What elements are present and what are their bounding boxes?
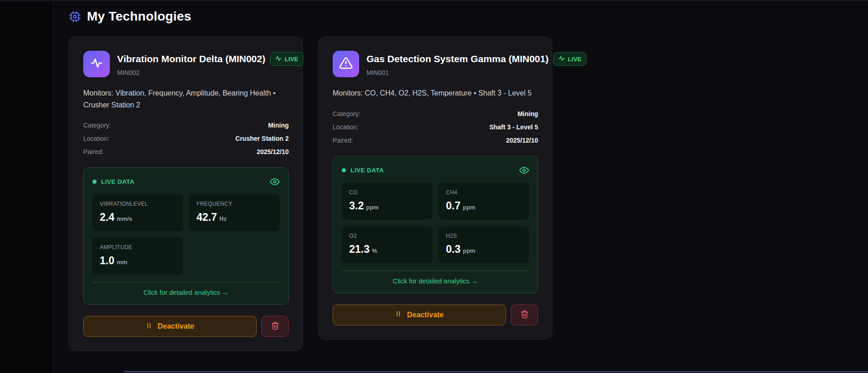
detail-value: Mining: [268, 122, 289, 129]
metrics-grid: CO 3.2ppm CH4 0.7ppm O2 21.3% H2S 0.3ppm: [342, 183, 529, 263]
detail-label: Location:: [333, 123, 359, 131]
technology-cards: Vibration Monitor Delta (MIN002) LIVE MI…: [53, 24, 868, 351]
deactivate-button-label: Deactivate: [407, 311, 443, 319]
live-badge-label: LIVE: [568, 56, 582, 63]
monitors-description: Monitors: Vibration, Frequency, Amplitud…: [83, 87, 289, 111]
detail-label: Paired:: [333, 137, 353, 144]
metric-unit: ppm: [366, 204, 378, 211]
detail-row-category: Category: Mining: [333, 110, 538, 117]
live-dot-indicator: [342, 168, 346, 172]
detail-row-category: Category: Mining: [83, 122, 289, 129]
metric-reading: 42.7Hz: [197, 211, 273, 224]
detailed-analytics-link[interactable]: Click for detailed analytics →: [342, 271, 529, 286]
metric-reading: 21.3%: [349, 243, 425, 256]
metric-label: CO: [349, 189, 425, 196]
eye-icon[interactable]: [519, 165, 529, 175]
delete-button[interactable]: [511, 304, 538, 325]
deactivate-button[interactable]: Deactivate: [333, 304, 506, 325]
monitors-description: Monitors: CO, CH4, O2, H2S, Temperature …: [333, 87, 538, 99]
trash-icon: [271, 321, 280, 331]
pulse-icon: [558, 55, 565, 63]
metric-value: 2.4: [100, 211, 114, 223]
device-details: Category: Mining Location: Crusher Stati…: [83, 122, 289, 155]
card-title: Gas Detection System Gamma (MIN001): [367, 53, 549, 64]
alert-triangle-icon: [339, 56, 353, 72]
live-data-panel[interactable]: LIVE DATA VIBRATIONLEVEL 2.4mm/s FR: [83, 167, 289, 305]
deactivate-button[interactable]: Deactivate: [83, 316, 257, 337]
title-row: Gas Detection System Gamma (MIN001) LIVE: [367, 52, 538, 66]
metric-tile-ch4: CH4 0.7ppm: [439, 183, 529, 219]
metric-value: 0.3: [446, 243, 461, 255]
device-icon: [83, 51, 110, 77]
metric-tile-co: CO 3.2ppm: [342, 183, 432, 219]
live-status-badge: LIVE: [553, 52, 587, 66]
detail-row-paired: Paired: 2025/12/10: [83, 148, 289, 155]
metric-unit: Hz: [219, 215, 226, 222]
detail-value: Mining: [518, 110, 538, 117]
detail-label: Category:: [333, 110, 361, 117]
metric-label: FREQUENCY: [197, 201, 273, 207]
metric-reading: 2.4mm/s: [100, 211, 176, 224]
live-dot-indicator: [92, 180, 97, 184]
metric-tile-frequency: FREQUENCY 42.7Hz: [189, 194, 280, 231]
delete-button[interactable]: [261, 316, 289, 337]
live-data-label: LIVE DATA: [350, 167, 519, 174]
eye-icon[interactable]: [270, 177, 280, 186]
title-block: Vibration Monitor Delta (MIN002) LIVE MI…: [117, 51, 289, 77]
live-data-header: LIVE DATA: [342, 165, 529, 175]
metric-tile-h2s: H2S 0.3ppm: [439, 226, 529, 263]
card-header: Vibration Monitor Delta (MIN002) LIVE MI…: [83, 51, 289, 77]
detail-row-location: Location: Shaft 3 - Level 5: [333, 123, 538, 131]
pause-icon: [395, 310, 402, 319]
detailed-analytics-link[interactable]: Click for detailed analytics →: [92, 282, 280, 297]
device-id: MIN001: [367, 69, 538, 76]
cpu-chip-icon: [69, 11, 81, 23]
metric-reading: 0.3ppm: [446, 243, 522, 256]
detail-value: 2025/12/10: [506, 137, 538, 144]
detail-row-paired: Paired: 2025/12/10: [333, 137, 538, 144]
activity-waveform-icon: [90, 56, 103, 72]
metric-label: VIBRATIONLEVEL: [100, 201, 176, 207]
live-data-label: LIVE DATA: [101, 178, 270, 185]
metric-value: 0.7: [446, 200, 461, 212]
metric-tile-vibrationlevel: VIBRATIONLEVEL 2.4mm/s: [92, 194, 183, 231]
metric-unit: mm: [117, 259, 127, 266]
main-content-area: My Technologies Vibration Monitor Delta …: [53, 1, 868, 373]
deactivate-button-label: Deactivate: [157, 322, 194, 330]
metric-value: 3.2: [349, 200, 364, 212]
device-id: MIN002: [117, 69, 289, 76]
metric-unit: %: [372, 247, 377, 254]
next-section-top-edge: [124, 371, 868, 373]
detail-value: 2025/12/10: [257, 148, 289, 155]
title-block: Gas Detection System Gamma (MIN001) LIVE…: [367, 51, 538, 77]
page-header: My Technologies: [53, 1, 868, 24]
live-data-header: LIVE DATA: [92, 177, 280, 186]
page-title: My Technologies: [87, 9, 191, 24]
device-icon: [333, 51, 359, 77]
card-title: Vibration Monitor Delta (MIN002): [117, 53, 265, 64]
metric-tile-o2: O2 21.3%: [342, 226, 432, 263]
pause-icon: [146, 322, 152, 331]
device-details: Category: Mining Location: Shaft 3 - Lev…: [333, 110, 538, 144]
title-row: Vibration Monitor Delta (MIN002) LIVE: [117, 52, 289, 66]
metric-label: H2S: [446, 233, 522, 239]
card-actions: Deactivate: [83, 316, 289, 337]
detail-label: Paired:: [83, 148, 103, 155]
metric-value: 21.3: [349, 243, 370, 255]
technology-card-gas-detection: Gas Detection System Gamma (MIN001) LIVE…: [318, 37, 552, 340]
detail-value: Shaft 3 - Level 5: [489, 123, 538, 131]
metric-label: AMPLITUDE: [100, 244, 176, 250]
card-header: Gas Detection System Gamma (MIN001) LIVE…: [333, 51, 538, 77]
detail-label: Location:: [83, 135, 109, 142]
metric-unit: mm/s: [117, 215, 132, 222]
detail-label: Category:: [83, 122, 111, 129]
detail-row-location: Location: Crusher Station 2: [83, 135, 289, 142]
live-data-panel[interactable]: LIVE DATA CO 3.2ppm CH4: [333, 156, 538, 293]
metric-tile-amplitude: AMPLITUDE 1.0mm: [92, 238, 183, 274]
metric-value: 1.0: [100, 255, 114, 266]
metric-label: O2: [349, 233, 425, 239]
technology-card-vibration-monitor: Vibration Monitor Delta (MIN002) LIVE MI…: [69, 37, 303, 351]
metric-reading: 1.0mm: [100, 255, 176, 267]
live-status-badge: LIVE: [270, 52, 303, 66]
trash-icon: [520, 310, 529, 320]
